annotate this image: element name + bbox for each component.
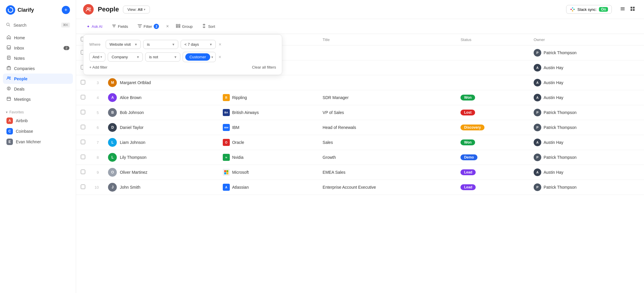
row-owner-cell: A Austin Hay [529,90,644,105]
row-company-cell: A Atlassian [218,180,318,195]
status-badge: Lead [460,169,476,175]
group-button[interactable]: Group [172,22,196,31]
sidebar-item-home[interactable]: Home [3,33,73,43]
companies-icon [6,66,11,71]
sort-label: Sort [208,24,215,29]
row-checkbox[interactable] [81,80,85,84]
filter-row-2-close[interactable]: × [218,54,222,60]
filter-operator-2[interactable]: is not ▾ [145,52,180,62]
row-company-cell: N Nvidia [218,150,318,165]
row-checkbox[interactable] [81,125,85,129]
list-view-button[interactable] [618,5,627,14]
person-name[interactable]: Lily Thompson [120,155,146,160]
row-name-cell: L Lily Thompson [103,150,218,165]
company-name: Atlassian [232,185,249,190]
row-owner-cell: P Patrick Thompson [529,180,644,195]
row-number: 8 [90,150,103,165]
svg-rect-8 [7,97,11,100]
row-company-cell: R Rippling [218,90,318,105]
filter-row-2: And ▾ Company ▾ is not ▾ Customer ▾ × [89,52,276,62]
search-shortcut: ⌘K [61,23,70,28]
sidebar-item-deals[interactable]: Deals [3,84,73,94]
sidebar-item-coinbase[interactable]: C Coinbase [0,126,76,137]
person-name[interactable]: Liam Johnson [120,140,145,145]
status-badge: Discovery [460,125,484,130]
filter-button[interactable]: Filter 2 [134,22,163,31]
row-number: 5 [90,105,103,120]
filter-value-1[interactable]: < 7 days ▾ [181,40,216,49]
svg-rect-29 [226,173,228,175]
sidebar-item-evan[interactable]: E Evan Michner [0,137,76,147]
owner-name: Austin Hay [544,170,564,175]
sidebar-item-notes[interactable]: Notes [3,53,73,63]
filter-field-1[interactable]: Website visit ▾ [106,40,141,49]
row-status-cell: Lead [456,180,529,195]
sidebar-item-label: Companies [14,66,35,71]
row-checkbox-cell [76,120,90,135]
person-name[interactable]: Margaret Ortblad [120,80,151,85]
svg-rect-18 [631,7,632,8]
home-icon [6,35,11,40]
coinbase-icon: C [6,128,13,134]
owner-avatar: A [534,64,541,71]
sort-button[interactable]: Sort [198,22,219,31]
filter-and-button[interactable]: And ▾ [89,52,105,62]
row-name-cell: D Daniel Taylor [103,120,218,135]
sidebar-item-people[interactable]: People [3,74,73,84]
row-owner-cell: A Austin Hay [529,60,644,75]
slack-sync-label: Slack sync: [578,7,597,12]
status-badge: Demo [460,154,477,160]
person-name[interactable]: Oliver Martinez [120,170,147,175]
filter-row-1-close[interactable]: × [218,41,222,48]
filter-operator-1[interactable]: is ▾ [143,40,178,49]
row-status-cell [456,75,529,90]
svg-point-9 [87,8,89,9]
clear-filters-button[interactable]: Clear all filters [252,65,276,69]
row-checkbox[interactable] [81,170,85,174]
sidebar-item-companies[interactable]: Companies [3,63,73,74]
person-name[interactable]: Alice Brown [120,95,141,100]
person-name[interactable]: Bob Johnson [120,110,144,115]
owner-name: Patrick Thompson [544,185,577,190]
row-checkbox-cell [76,180,90,195]
person-name[interactable]: John Smith [120,185,140,190]
person-avatar: L [108,138,117,147]
grid-view-button[interactable] [628,5,637,14]
row-name-cell: M Margaret Ortblad [103,75,218,90]
row-owner-cell: P Patrick Thompson [529,45,644,60]
inbox-icon [6,45,11,51]
row-checkbox[interactable] [81,110,85,114]
svg-point-1 [7,23,9,26]
filter-close-button[interactable]: × [165,23,170,30]
table-row: 3 M Margaret Ortblad A Austin Hay [76,75,644,90]
fields-button[interactable]: Fields [108,22,132,31]
row-company-cell: IBM IBM [218,120,318,135]
view-button[interactable]: View: All ▾ [123,6,150,13]
svg-rect-11 [571,9,572,10]
row-checkbox[interactable] [81,155,85,159]
sidebar-item-label: Inbox [14,46,24,50]
toolbar: ✦ Ask AI Fields Filter 2 × Group [76,19,644,34]
owner-avatar: P [534,154,541,161]
svg-rect-25 [179,26,180,28]
svg-rect-19 [633,7,635,8]
logo-label: Clarify [18,7,34,13]
sidebar-item-airbnb[interactable]: A Airbnb [0,115,76,126]
sidebar-item-inbox[interactable]: Inbox 2 [3,43,73,53]
filter-field-2[interactable]: Company ▾ [108,52,143,62]
view-label: View: All [127,7,143,12]
row-title-cell: VP of Sales [318,105,456,120]
sidebar-item-meetings[interactable]: Meetings [3,94,73,104]
svg-point-5 [8,77,9,78]
ask-ai-button[interactable]: ✦ Ask AI [83,23,106,30]
company-name: Nvidia [232,155,244,160]
row-checkbox[interactable] [81,185,85,189]
add-button[interactable]: + [62,6,70,14]
filter-value-1-text: < 7 days [184,42,199,47]
add-filter-button[interactable]: + Add filter [89,65,107,69]
row-checkbox[interactable] [81,140,85,144]
person-name[interactable]: Daniel Taylor [120,125,143,130]
row-status-cell [456,60,529,75]
row-checkbox[interactable] [81,95,85,99]
search-bar[interactable]: Search ⌘K [0,20,76,30]
